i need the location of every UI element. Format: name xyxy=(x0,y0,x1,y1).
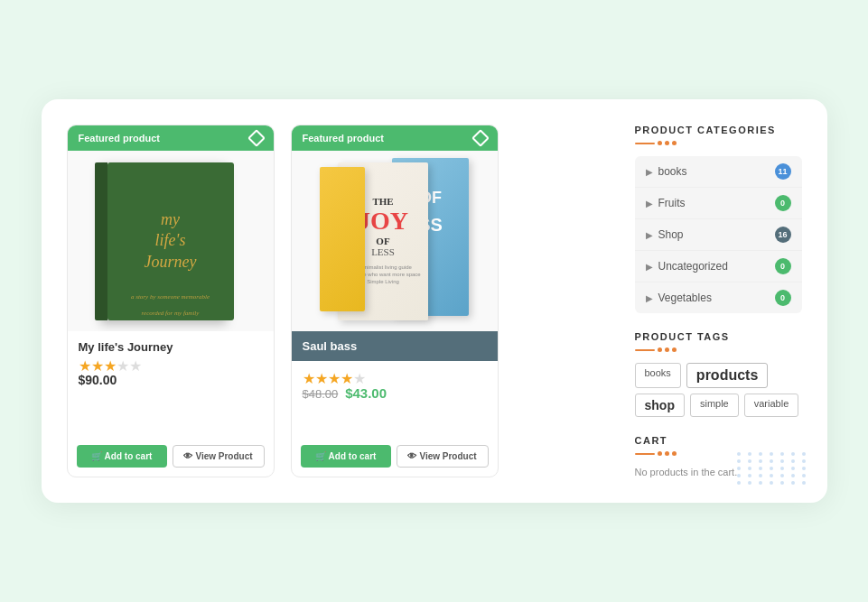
orange-line xyxy=(635,143,655,144)
product-info-2: ★ ★ ★ ★ ★ $48.00 $43.00 xyxy=(292,361,498,445)
cart-icon-1: 🛒 xyxy=(91,451,102,461)
category-item-shop[interactable]: ▶ Shop 16 xyxy=(635,219,802,251)
product-image-1: mylife'sJourney a story by someone memor… xyxy=(68,151,274,331)
orange-dot-t2 xyxy=(665,347,669,352)
star-4: ★ xyxy=(117,357,128,369)
category-badge-fruits: 0 xyxy=(775,195,791,211)
book-yellow xyxy=(320,167,365,311)
featured-label-1: Featured product xyxy=(79,133,160,144)
arrow-icon-shop: ▶ xyxy=(646,230,653,240)
add-to-cart-button-2[interactable]: 🛒 Add to cart xyxy=(301,445,391,468)
tags-title: PRODUCT TAGS xyxy=(635,331,802,342)
featured-label-2: Featured product xyxy=(303,133,384,144)
star2-1: ★ xyxy=(303,370,314,382)
product-stars-1: ★ ★ ★ ★ ★ xyxy=(79,357,263,369)
category-item-uncategorized[interactable]: ▶ Uncategorized 0 xyxy=(635,251,802,282)
arrow-icon-uncategorized: ▶ xyxy=(646,262,653,272)
cart-icon-2: 🛒 xyxy=(315,451,326,461)
category-badge-vegetables: 0 xyxy=(775,290,791,306)
star2-5: ★ xyxy=(353,370,365,382)
diamond-icon-2 xyxy=(471,129,490,147)
sidebar: PRODUCT CATEGORIES ▶ books 11 ▶ Fruits 0 xyxy=(635,125,802,477)
category-item-vegetables[interactable]: ▶ Vegetables 0 xyxy=(635,282,802,313)
category-name-uncategorized: Uncategorized xyxy=(658,260,770,273)
orange-dot-c3 xyxy=(672,451,677,456)
book-author-1: recorded for my family xyxy=(142,310,200,317)
book-spine xyxy=(95,162,107,320)
tag-books[interactable]: books xyxy=(635,363,681,388)
tags-divider xyxy=(635,347,802,352)
product-name-2: Saul bass xyxy=(303,339,358,353)
product-price-2: $48.00 $43.00 xyxy=(303,385,487,401)
category-name-vegetables: Vegetables xyxy=(658,292,770,304)
tags-section: PRODUCT TAGS books products shop simple … xyxy=(635,331,802,417)
product-actions-1: 🛒 Add to cart 👁 View Product xyxy=(68,445,274,477)
orange-line-cart xyxy=(635,453,655,455)
category-name-fruits: Fruits xyxy=(658,197,770,209)
star2-2: ★ xyxy=(315,370,327,382)
orange-dot-3 xyxy=(672,141,677,145)
star2-3: ★ xyxy=(328,370,340,382)
orange-dot-c1 xyxy=(658,451,662,456)
view-product-button-2[interactable]: 👁 View Product xyxy=(397,445,489,468)
product-name-bar-2: Saul bass xyxy=(292,331,498,361)
featured-badge-2: Featured product xyxy=(292,125,498,151)
add-to-cart-label-2: Add to cart xyxy=(329,451,377,461)
arrow-icon-books: ▶ xyxy=(646,167,653,177)
category-item-fruits[interactable]: ▶ Fruits 0 xyxy=(635,188,802,219)
orange-dot-t1 xyxy=(658,347,662,352)
book-subtitle-1: a story by someone memorable xyxy=(131,293,210,301)
eye-icon-2: 👁 xyxy=(407,451,416,461)
orange-dot-c2 xyxy=(665,451,669,456)
dots-decoration: // Render dots (function(){ const contai… xyxy=(737,452,809,485)
tags-area: books products shop simple variable xyxy=(635,363,802,417)
tag-simple[interactable]: simple xyxy=(690,394,739,417)
view-product-label-2: View Product xyxy=(419,451,476,461)
orange-line-tags xyxy=(635,349,655,351)
view-product-label-1: View Product xyxy=(195,451,252,461)
category-badge-books: 11 xyxy=(775,163,791,180)
price-sale-2: $43.00 xyxy=(345,385,387,401)
cart-title: CART xyxy=(635,435,802,446)
eye-icon-1: 👁 xyxy=(183,451,192,461)
product-name-1: My life's Journey xyxy=(79,340,263,354)
star-2: ★ xyxy=(91,357,103,369)
main-card: Featured product mylife'sJourney a story… xyxy=(42,99,827,503)
star-1: ★ xyxy=(79,357,90,369)
star2-4: ★ xyxy=(341,370,352,382)
orange-dot-1 xyxy=(658,141,662,145)
price-original-2: $48.00 xyxy=(303,387,339,401)
categories-section: PRODUCT CATEGORIES ▶ books 11 ▶ Fruits 0 xyxy=(635,125,802,313)
tag-products[interactable]: products xyxy=(686,363,768,388)
product-card-1: Featured product mylife'sJourney a story… xyxy=(67,125,275,477)
product-actions-2: 🛒 Add to cart 👁 View Product xyxy=(292,445,498,477)
add-to-cart-label-1: Add to cart xyxy=(105,451,153,461)
tag-shop[interactable]: shop xyxy=(635,394,685,417)
star-5: ★ xyxy=(129,357,141,369)
category-name-books: books xyxy=(658,165,770,178)
product-info-1: My life's Journey ★ ★ ★ ★ ★ $90.00 xyxy=(68,331,274,445)
category-badge-uncategorized: 0 xyxy=(775,258,791,274)
arrow-icon-vegetables: ▶ xyxy=(646,293,653,303)
categories-divider xyxy=(635,141,802,145)
category-name-shop: Shop xyxy=(658,228,770,241)
category-item-books[interactable]: ▶ books 11 xyxy=(635,156,802,188)
category-badge-shop: 16 xyxy=(775,227,791,243)
tag-variable[interactable]: variable xyxy=(744,394,799,417)
categories-title: PRODUCT CATEGORIES xyxy=(635,125,802,135)
diamond-icon-1 xyxy=(247,129,266,147)
view-product-button-1[interactable]: 👁 View Product xyxy=(173,445,265,468)
categories-list: ▶ books 11 ▶ Fruits 0 ▶ Shop 16 ▶ Uncate… xyxy=(635,156,802,313)
orange-dot-t3 xyxy=(672,347,677,352)
product-price-1: $90.00 xyxy=(79,373,263,387)
book-title-1: mylife'sJourney xyxy=(135,200,206,282)
product-card-2: Featured product THE JOY OF LESS A minim… xyxy=(291,125,499,477)
arrow-icon-fruits: ▶ xyxy=(646,199,653,208)
book-cover-green: mylife'sJourney a story by someone memor… xyxy=(107,162,234,320)
books-stack: THE JOY OF LESS A minimalist living guid… xyxy=(320,153,469,329)
product-stars-2: ★ ★ ★ ★ ★ xyxy=(303,370,487,382)
star-3: ★ xyxy=(104,357,116,369)
add-to-cart-button-1[interactable]: 🛒 Add to cart xyxy=(77,445,167,468)
featured-badge-1: Featured product xyxy=(68,125,274,151)
orange-dot-2 xyxy=(665,141,669,145)
